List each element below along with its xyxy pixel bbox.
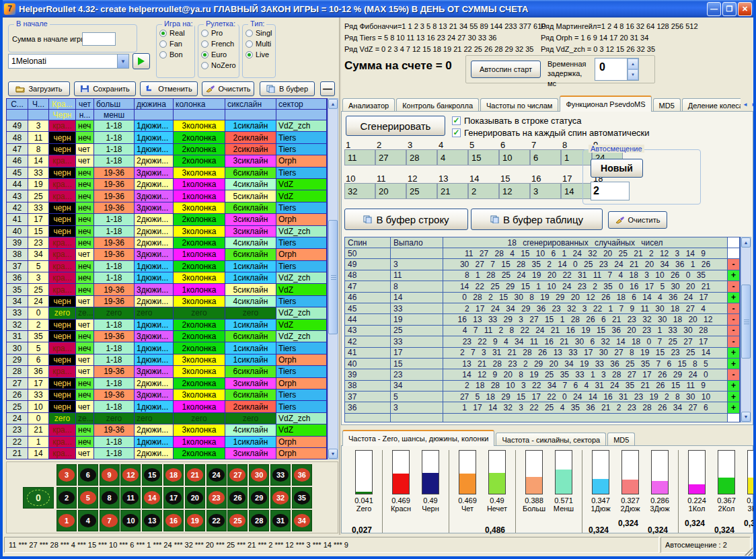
scrollbar-thumb[interactable] — [328, 220, 338, 334]
board-number-cell[interactable]: 12 — [120, 464, 141, 486]
radio-icon[interactable] — [245, 30, 253, 37]
close-button[interactable]: ✕ — [738, 2, 752, 16]
combobox-arrow-icon[interactable]: ▼ — [117, 54, 128, 68]
checkbox-icon[interactable]: ✓ — [452, 128, 461, 137]
board-number-cell[interactable]: 30 — [249, 464, 269, 486]
table-row[interactable]: 4325кра...неч19-363дюжи...1колонка5сикла… — [7, 190, 327, 202]
resize-grip[interactable] — [745, 548, 753, 556]
radio-option-live[interactable]: Live — [245, 50, 272, 59]
board-number-cell[interactable]: 17 — [163, 487, 184, 509]
checkbox-icon[interactable]: ✓ — [452, 116, 461, 125]
table-row[interactable]: 478чернчет1-181дюжи...2колонка2сиклайнTi… — [7, 144, 327, 155]
radio-icon[interactable] — [159, 30, 167, 37]
table-row[interactable]: 221кра...неч1-181дюжи...1колонка1сиклайн… — [7, 437, 327, 448]
freq-tab-1[interactable]: Частота - сиклайны, сектора — [496, 433, 606, 446]
board-number-cell[interactable]: 3 — [56, 464, 77, 486]
spin-table[interactable]: СпинВыпало18 сгенерированных случайных ч… — [344, 237, 741, 422]
table-row[interactable]: 305кра...неч1-181дюжи...2колонка1сиклайн… — [7, 342, 327, 354]
board-number-cell[interactable]: 15 — [142, 464, 162, 486]
radio-option-nozero[interactable]: NoZero — [201, 61, 236, 69]
board-number-cell[interactable]: 5 — [78, 487, 98, 509]
board-number-cell[interactable]: 25 — [227, 510, 248, 531]
radio-icon[interactable] — [159, 40, 167, 48]
table-row[interactable]: 2717черннеч1-182дюжи...2колонка3сиклайнO… — [7, 378, 327, 389]
table-row[interactable]: 330zeroze...zerozerozerozeroVdZ_zch — [7, 307, 327, 319]
table-row[interactable]: 2114кра...чет1-182дюжи...2колонка3сиклай… — [7, 448, 327, 459]
checkbox-show-status[interactable]: ✓ Показывать в строке статуса — [452, 116, 582, 126]
strategy-combobox[interactable]: 1Melonati ▼ — [8, 54, 129, 69]
table-row[interactable]: 3525кра...неч19-363дюжи...1колонка5сикла… — [7, 284, 327, 295]
table-row[interactable]: 493кра...неч1-181дюжи...3колонка1сиклайн… — [7, 120, 327, 132]
tab-5[interactable]: Деление колеса на — [682, 98, 741, 112]
new-button[interactable]: Новый — [591, 159, 643, 178]
board-number-cell[interactable]: 1 — [56, 510, 77, 531]
board-number-cell[interactable]: 34 — [292, 510, 312, 531]
отменить-button[interactable]: Отменить — [140, 81, 198, 96]
board-number-cell[interactable]: 31 — [270, 510, 291, 531]
radio-icon[interactable] — [201, 40, 209, 48]
autoshift-input[interactable]: 2 — [591, 182, 630, 200]
start-sum-input[interactable] — [82, 32, 116, 46]
radio-icon[interactable] — [159, 51, 167, 59]
board-zero-cell[interactable]: 0 — [23, 487, 54, 509]
table-row[interactable]: 2836кра...чет19-363дюжи...3колонка6сикла… — [7, 366, 327, 377]
delay-spinner[interactable]: 0 ▲ ▼ — [595, 58, 639, 81]
maximize-button[interactable]: ❐ — [722, 2, 736, 16]
board-number-cell[interactable]: 33 — [270, 464, 291, 486]
board-number-cell[interactable]: 35 — [292, 487, 312, 509]
spinner-down-icon[interactable]: ▼ — [628, 69, 638, 80]
table-row[interactable]: 363кра...неч1-181дюжи...3колонка1сиклайн… — [7, 272, 327, 284]
generate-button[interactable]: Сгенерировать — [346, 116, 445, 136]
table-row[interactable]: 4533черннеч19-363дюжи...3колонка6сиклайн… — [7, 167, 327, 179]
tab-scroll-right-icon[interactable]: ► — [750, 100, 756, 109]
spin-table-scrollbar[interactable]: ▲ ▼ — [741, 237, 751, 422]
start-button[interactable] — [133, 53, 150, 69]
table-row[interactable]: 4117черннеч1-182дюжи...2колонка3сиклайнO… — [7, 214, 327, 225]
board-number-cell[interactable]: 10 — [120, 510, 141, 531]
scroll-up-icon[interactable]: ▲ — [328, 99, 338, 109]
checkbox-generate-each-spin[interactable]: ✓ Генерировать на каждый спин автоматиче… — [452, 128, 650, 138]
table-row[interactable]: 2510чернчет1-181дюжи...1колонка2сиклайнT… — [7, 401, 327, 412]
table-row[interactable]: 2633черннеч19-363дюжи...3колонка6сиклайн… — [7, 389, 327, 401]
spinner-up-icon[interactable]: ▲ — [628, 59, 638, 69]
table-row[interactable]: 2321кра...неч19-362дюжи...3колонка4сикла… — [7, 424, 327, 436]
freq-tab-2[interactable]: MD5 — [607, 433, 635, 446]
history-table[interactable]: С...Ч...Кра...четбольшдюжинаколонкасиксл… — [6, 98, 328, 459]
radio-icon[interactable] — [201, 30, 209, 37]
board-number-cell[interactable]: 32 — [270, 487, 291, 509]
board-number-cell[interactable]: 27 — [227, 464, 248, 486]
title-bar[interactable]: 7 HelperRoullet 4.32- create helperroull… — [0, 0, 756, 17]
table-row[interactable]: 240zeroze...zerozerozerozeroVdZ_zch — [7, 413, 327, 424]
table-row[interactable]: 3424чернчет19-362дюжи...3колонка4сиклайн… — [7, 296, 327, 307]
board-number-cell[interactable]: 24 — [206, 464, 227, 486]
tab-2[interactable]: Частоты по числам — [480, 98, 558, 112]
board-number-cell[interactable]: 21 — [185, 464, 205, 486]
board-number-cell[interactable]: 14 — [142, 487, 162, 509]
tab-scroll-left-icon[interactable]: ◄ — [741, 100, 749, 109]
scrollbar-thumb[interactable] — [741, 285, 751, 359]
board-number-cell[interactable]: 16 — [163, 510, 184, 531]
table-row[interactable]: 4811черннеч1-181дюжи...2колонка2сиклайнT… — [7, 132, 327, 143]
очистить-button[interactable]: Очистить — [202, 81, 254, 96]
board-number-cell[interactable]: 36 — [292, 464, 312, 486]
radio-option-fan[interactable]: Fan — [159, 40, 192, 48]
copy-table-button[interactable]: В буфер таблицу — [471, 209, 603, 230]
radio-icon[interactable] — [245, 40, 253, 48]
board-number-cell[interactable]: 26 — [227, 487, 248, 509]
tab-4[interactable]: MD5 — [653, 98, 681, 112]
scroll-down-icon[interactable]: ▼ — [328, 449, 338, 459]
board-number-cell[interactable]: 18 — [163, 464, 184, 486]
tab-0[interactable]: Анализатор — [342, 98, 395, 112]
minimize-button[interactable]: — — [707, 2, 721, 16]
board-number-cell[interactable]: 22 — [206, 510, 227, 531]
radio-icon[interactable] — [201, 51, 209, 59]
radio-option-euro[interactable]: Euro — [201, 50, 236, 59]
scroll-down-icon[interactable]: ▼ — [741, 412, 751, 422]
table-row[interactable]: 4015черннеч1-182дюжи...3колонка3сиклайнV… — [7, 226, 327, 237]
board-number-cell[interactable]: 23 — [206, 487, 227, 509]
table-row[interactable]: 322чернчет1-181дюжи...2колонка1сиклайнVd… — [7, 320, 327, 331]
tab-3[interactable]: Функционал PsevdoMS — [560, 96, 651, 112]
сохранить-button[interactable]: Сохранить — [74, 81, 136, 96]
freq-tab-0[interactable]: Частота - Zero, шансы, дюжины, колонки — [342, 430, 494, 446]
radio-icon[interactable] — [245, 51, 253, 59]
